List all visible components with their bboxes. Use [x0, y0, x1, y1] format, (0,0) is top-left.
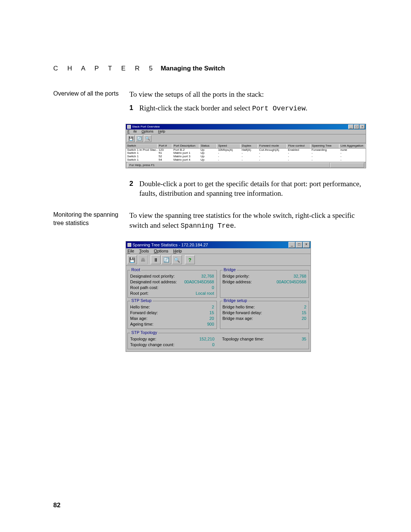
menu-help[interactable]: Help: [173, 249, 182, 253]
table-row[interactable]: Switch 152Matrix port 3Up------: [126, 155, 366, 158]
chapter-label: C H A P T E R 5: [53, 65, 156, 72]
running-header: C H A P T E R 5 Managing the Switch: [53, 65, 365, 72]
table-cell: Matrix port 3: [172, 155, 199, 158]
stat-row: Topology change time:35: [222, 336, 307, 342]
table-cell: -: [287, 158, 311, 162]
stat-row: Root port:Local root: [130, 291, 214, 296]
table-row[interactable]: Switch 151Matrix port 1Up------: [126, 152, 366, 155]
menu-help[interactable]: Help: [158, 129, 166, 133]
legend-bridge: Bridge: [223, 267, 237, 272]
window-title: Stack Port Overview: [132, 125, 159, 129]
stat-value: 2: [212, 304, 214, 310]
col-flow[interactable]: Flow control: [287, 144, 311, 148]
save-icon[interactable]: 💾: [127, 255, 137, 264]
stat-value: 152,210: [199, 336, 215, 342]
titlebar: Spanning Tree Statistics - 172.20.184.27…: [126, 241, 311, 248]
table-cell: -: [339, 158, 366, 162]
stat-row: Bridge forward delay:15: [223, 310, 307, 316]
stat-row: Bridge hello time:2: [223, 304, 307, 310]
body-spanning: To view the spanning tree statistics for…: [129, 211, 365, 234]
section-overview: Overview of all the ports To view the se…: [53, 89, 365, 117]
table-cell: Switch 1 in Prod Stac..: [126, 148, 158, 152]
col-duplex[interactable]: Duplex: [241, 144, 258, 148]
close-button[interactable]: ×: [360, 125, 365, 129]
table-cell: Port B-2: [172, 148, 199, 152]
search-icon[interactable]: 🔍: [172, 255, 182, 264]
stat-row: Topology change count:0: [130, 342, 215, 348]
stat-value: 32,768: [201, 273, 214, 279]
close-button[interactable]: ×: [303, 242, 310, 248]
stat-label: Root path cost:: [130, 285, 158, 291]
legend-bridge-setup: Bridge setup: [223, 298, 249, 303]
col-port[interactable]: Port #: [158, 144, 172, 148]
overview-step-2: 2 Double-click a port to get the specifi…: [129, 179, 365, 198]
menu-options[interactable]: Options: [142, 129, 153, 133]
table-cell: -: [217, 158, 241, 162]
refresh-icon[interactable]: 🔄: [161, 255, 171, 264]
col-speed[interactable]: Speed: [217, 144, 241, 148]
col-agg[interactable]: Link Aggregation: [339, 144, 366, 148]
table-cell: Up: [199, 148, 217, 152]
stat-label: Hello time:: [130, 304, 150, 310]
page-number: 82: [53, 502, 61, 509]
screenshot-spanning-tree-stats: Spanning Tree Statistics - 172.20.184.27…: [126, 241, 311, 352]
table-cell: -: [241, 158, 258, 162]
table-cell: -: [339, 152, 366, 155]
maximize-button[interactable]: □: [354, 125, 359, 129]
menu-file[interactable]: File: [127, 129, 137, 133]
step1-text-c: .: [306, 104, 307, 112]
spanning-intro-c: .: [234, 221, 236, 229]
table-cell: Matrix port 1: [172, 152, 199, 155]
stat-label: Bridge forward delay:: [223, 310, 262, 316]
group-root: Root Designated root priority:32,768Desi…: [127, 270, 217, 298]
group-bridge-setup: Bridge setup Bridge hello time:2Bridge f…: [220, 301, 309, 329]
app-icon: [127, 125, 131, 129]
menu-tools[interactable]: Tools: [139, 249, 149, 253]
row-stp-setup: STP Setup Hello time:2Forward delay:15Ma…: [127, 298, 309, 329]
help-icon[interactable]: ?: [185, 255, 195, 264]
table-row[interactable]: Switch 154Matrix port 4Up------: [126, 158, 366, 162]
stat-row: Bridge max age:20: [223, 316, 307, 321]
print-icon[interactable]: 🖶: [138, 255, 148, 264]
table-cell: -: [258, 152, 287, 155]
minimize-button[interactable]: _: [348, 125, 354, 129]
refresh-icon[interactable]: 🔄: [135, 135, 143, 142]
col-status[interactable]: Status: [199, 144, 217, 148]
col-stp[interactable]: Spanning Tree: [311, 144, 339, 148]
stat-row: Forward delay:15: [130, 310, 214, 316]
stat-label: Max age:: [130, 316, 147, 321]
chapter-title: Managing the Switch: [161, 65, 225, 72]
col-fwd[interactable]: Forward mode: [258, 144, 287, 148]
table-cell: Matrix port 4: [172, 158, 199, 162]
save-icon[interactable]: 💾: [127, 135, 135, 142]
search-icon[interactable]: 🔍: [144, 135, 151, 142]
table-row[interactable]: Switch 1 in Prod Stac..123Port B-2Up10Mb…: [126, 148, 366, 152]
col-desc[interactable]: Port Description: [172, 144, 199, 148]
pause-icon[interactable]: ⏸: [151, 255, 161, 264]
stat-label: Bridge max age:: [223, 316, 253, 321]
table-cell: -: [217, 152, 241, 155]
stat-value: Local root: [196, 291, 214, 296]
col-switch[interactable]: Switch: [126, 144, 158, 148]
stat-value: 15: [302, 310, 306, 316]
table-cell: Switch 1: [126, 152, 158, 155]
stat-value: 20: [302, 316, 306, 321]
minimize-button[interactable]: _: [288, 242, 295, 248]
table-cell: Switch 1: [126, 158, 158, 162]
table-cell: Forwarding: [311, 148, 339, 152]
window-title: Spanning Tree Statistics - 172.20.184.27: [132, 243, 208, 247]
stat-label: Topology age:: [130, 336, 156, 342]
app-icon: [127, 243, 131, 247]
stat-label: Designated root address:: [130, 279, 177, 285]
maximize-button[interactable]: □: [296, 242, 303, 248]
legend-stp-topology: STP Topology: [130, 330, 158, 335]
menu-options[interactable]: Options: [154, 249, 168, 253]
window-controls: _ □ ×: [288, 242, 310, 248]
table-cell: Enabled: [287, 148, 311, 152]
window-controls: _ □ ×: [348, 125, 365, 129]
stat-value: 20: [209, 316, 214, 321]
stat-label: Designated root priority:: [130, 273, 175, 279]
group-stp-topology: STP Topology Topology age:152,210Topolog…: [127, 333, 309, 350]
menu-file[interactable]: File: [127, 249, 134, 253]
spanning-intro: To view the spanning tree statistics for…: [129, 211, 365, 230]
